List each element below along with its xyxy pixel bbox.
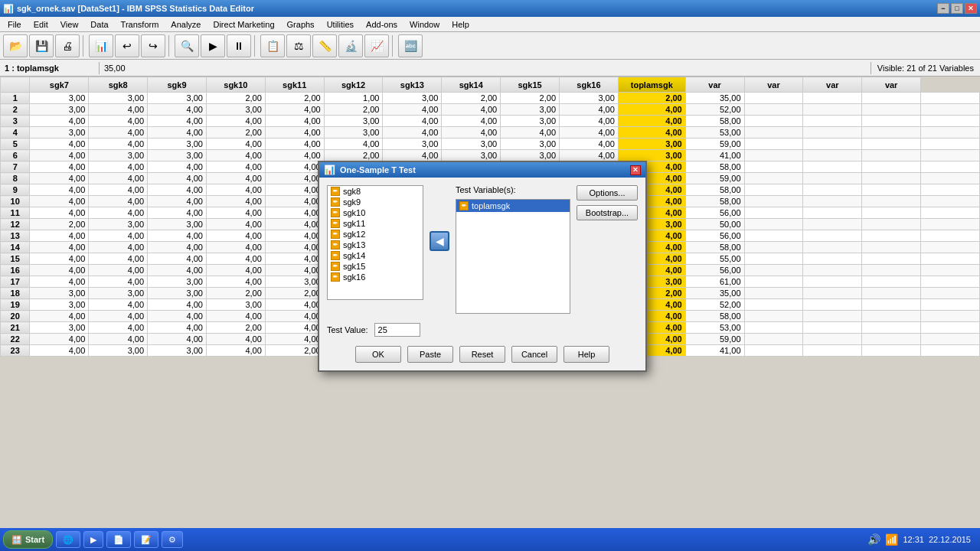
data-cell[interactable]: 4,00	[560, 139, 619, 150]
data-cell[interactable]: 2,00	[206, 93, 265, 104]
data-cell[interactable]	[803, 219, 862, 230]
data-cell[interactable]	[744, 173, 803, 184]
data-cell[interactable]: 4,00	[30, 184, 89, 196]
data-cell[interactable]: 2,00	[324, 104, 383, 116]
row-number-cell[interactable]: 8	[1, 173, 30, 184]
data-cell[interactable]: 4,00	[206, 265, 265, 276]
data-cell[interactable]	[744, 345, 803, 357]
data-cell[interactable]	[921, 242, 980, 253]
data-cell[interactable]	[921, 299, 980, 311]
data-cell[interactable]: 4,00	[30, 265, 89, 276]
undo-button[interactable]: ↩	[115, 34, 139, 57]
menu-graphs[interactable]: Graphs	[281, 18, 321, 31]
search-button[interactable]: 🔍	[175, 34, 199, 57]
data-cell[interactable]: 4,00	[383, 127, 442, 139]
row-number-cell[interactable]: 12	[1, 219, 30, 230]
data-cell[interactable]	[862, 196, 921, 207]
data-cell[interactable]	[744, 184, 803, 196]
data-cell[interactable]: 4,00	[30, 276, 89, 288]
data-cell[interactable]: 4,00	[324, 139, 383, 150]
data-cell[interactable]: 3,00	[89, 93, 148, 104]
data-cell[interactable]	[921, 345, 980, 357]
measure-button[interactable]: 📏	[312, 34, 337, 57]
data-cell[interactable]: 4,00	[206, 196, 265, 207]
info-button[interactable]: 🔬	[338, 34, 363, 57]
data-cell[interactable]	[921, 104, 980, 116]
row-number-cell[interactable]: 6	[1, 150, 30, 161]
data-cell[interactable]	[744, 253, 803, 265]
data-cell[interactable]	[803, 253, 862, 265]
data-cell[interactable]	[921, 184, 980, 196]
data-cell[interactable]: 4,00	[148, 242, 207, 253]
data-cell[interactable]: 4,00	[265, 173, 324, 184]
row-number-cell[interactable]: 18	[1, 288, 30, 299]
menu-help[interactable]: Help	[446, 18, 475, 31]
data-cell[interactable]: 4,00	[265, 196, 324, 207]
col-header-toplamsgk[interactable]: toplamsgk	[618, 77, 685, 93]
row-number-cell[interactable]: 22	[1, 334, 30, 345]
data-cell[interactable]: 4,00	[206, 230, 265, 242]
data-cell[interactable]: 3,00	[148, 345, 207, 357]
ok-button[interactable]: OK	[355, 346, 401, 363]
reset-button[interactable]: Reset	[459, 346, 505, 363]
data-cell[interactable]: 61,00	[685, 276, 744, 288]
data-cell[interactable]: 2,00	[265, 93, 324, 104]
data-cell[interactable]: 4,00	[148, 311, 207, 322]
data-cell[interactable]	[862, 265, 921, 276]
bootstrap-button[interactable]: Bootstrap...	[577, 205, 638, 220]
data-cell[interactable]: 4,00	[89, 127, 148, 139]
taskbar-browser-button[interactable]: 🌐	[56, 531, 80, 548]
balance-button[interactable]: ⚖	[286, 34, 311, 57]
row-number-cell[interactable]: 15	[1, 253, 30, 265]
data-cell[interactable]	[921, 265, 980, 276]
data-cell[interactable]: 2,00	[206, 288, 265, 299]
chart-button[interactable]: 📊	[89, 34, 113, 57]
data-cell[interactable]	[921, 230, 980, 242]
data-cell[interactable]: 3,00	[148, 150, 207, 161]
data-cell[interactable]: 58,00	[685, 196, 744, 207]
data-cell[interactable]: 3,00	[442, 150, 501, 161]
data-cell[interactable]: 3,00	[89, 219, 148, 230]
data-cell[interactable]	[862, 127, 921, 139]
data-cell[interactable]: 4,00	[265, 219, 324, 230]
data-cell[interactable]: 4,00	[265, 311, 324, 322]
data-cell[interactable]: 52,00	[685, 104, 744, 116]
row-number-cell[interactable]: 11	[1, 207, 30, 219]
col-header-sgk9[interactable]: sgk9	[148, 77, 207, 93]
data-cell[interactable]: 4,00	[265, 242, 324, 253]
data-cell[interactable]	[803, 161, 862, 173]
variable-list-item[interactable]: ✏sgk15	[328, 261, 423, 272]
data-cell[interactable]	[921, 93, 980, 104]
cancel-button[interactable]: Cancel	[511, 346, 557, 363]
col-header-sgk12[interactable]: sgk12	[324, 77, 383, 93]
data-cell[interactable]: 4,00	[206, 345, 265, 357]
data-cell[interactable]: 3,00	[30, 104, 89, 116]
data-cell[interactable]: 4,00	[89, 334, 148, 345]
data-cell[interactable]	[803, 196, 862, 207]
data-cell[interactable]	[803, 93, 862, 104]
col-header-var3[interactable]: var	[803, 77, 862, 93]
redo-button[interactable]: ↪	[141, 34, 165, 57]
data-cell[interactable]	[921, 127, 980, 139]
data-cell[interactable]	[803, 322, 862, 334]
data-cell[interactable]	[803, 173, 862, 184]
data-cell[interactable]: 4,00	[383, 116, 442, 127]
data-cell[interactable]: 3,00	[206, 104, 265, 116]
data-cell[interactable]: 4,00	[265, 230, 324, 242]
data-cell[interactable]	[921, 311, 980, 322]
data-cell[interactable]	[803, 276, 862, 288]
data-cell[interactable]: 59,00	[685, 173, 744, 184]
minimize-button[interactable]: −	[937, 3, 949, 14]
data-cell[interactable]: 41,00	[685, 345, 744, 357]
run-button[interactable]: ▶	[201, 34, 225, 57]
data-cell[interactable]	[803, 288, 862, 299]
data-cell[interactable]: 3,00	[265, 276, 324, 288]
data-cell[interactable]	[862, 139, 921, 150]
data-cell[interactable]: 4,00	[501, 127, 560, 139]
data-cell[interactable]: 4,00	[30, 253, 89, 265]
data-cell[interactable]: 3,00	[501, 139, 560, 150]
data-cell[interactable]: 4,00	[206, 150, 265, 161]
menu-utilities[interactable]: Utilities	[321, 18, 360, 31]
data-cell[interactable]	[921, 116, 980, 127]
variable-list-item[interactable]: ✏sgk9	[328, 197, 423, 207]
